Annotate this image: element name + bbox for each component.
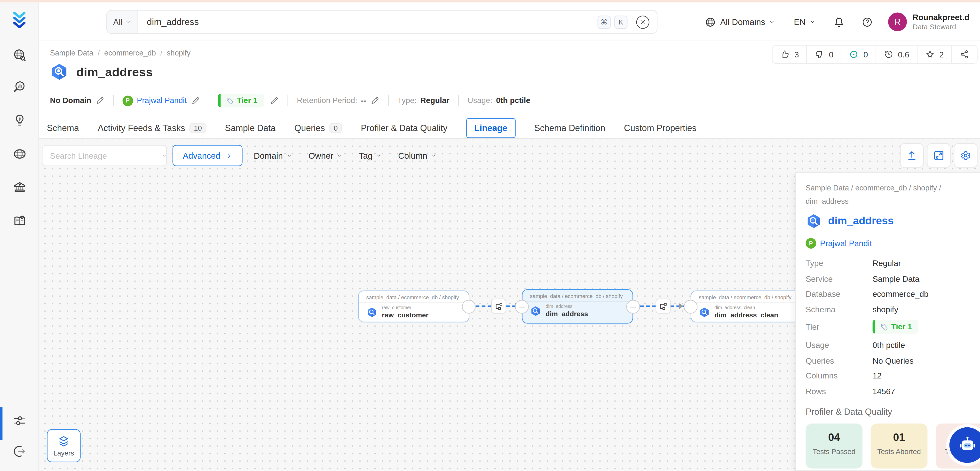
node-fqn: sample_data / ecommerce_db / shopify: [522, 290, 633, 302]
question-circle-icon: [861, 16, 873, 28]
sidebar-item-observability[interactable]: [8, 76, 31, 98]
kv-label: Service: [805, 274, 872, 283]
notifications-button[interactable]: [833, 16, 845, 28]
tier-label: Tier 1: [237, 96, 257, 105]
search-metrics-icon: [12, 80, 26, 94]
entity-meta-row: No Domain P Prajwal Pandit Tier 1: [50, 94, 530, 108]
tab-profiler[interactable]: Profiler & Data Quality: [361, 123, 447, 133]
panel-owner-link[interactable]: Prajwal Pandit: [820, 239, 872, 248]
edit-tier-button[interactable]: [270, 96, 279, 105]
filter-tag[interactable]: Tag: [359, 151, 382, 161]
domains-selector[interactable]: All Domains: [705, 16, 775, 28]
table-hexagon-icon: [805, 213, 822, 229]
tests-aborted-label: Tests Aborted: [871, 447, 928, 455]
share-icon: [959, 49, 969, 59]
fullscreen-button[interactable]: [927, 143, 951, 168]
export-lineage-button[interactable]: [900, 143, 924, 168]
edit-owner-button[interactable]: [191, 96, 200, 105]
version-button[interactable]: 0.6: [875, 46, 917, 63]
kv-value: 12: [872, 371, 881, 380]
search-clear-button[interactable]: [636, 15, 649, 29]
browser-edge-strip: [0, 0, 980, 2]
edge-pipeline-button[interactable]: [491, 299, 506, 313]
tab-sample-data[interactable]: Sample Data: [225, 123, 275, 133]
lineage-node-dim-address[interactable]: sample_data / ecommerce_db / shopify dim…: [522, 289, 633, 324]
tab-activity-feeds[interactable]: Activity Feeds & Tasks10: [98, 123, 206, 133]
close-icon: [639, 18, 646, 25]
breadcrumb-service[interactable]: Sample Data: [50, 49, 93, 57]
sidebar-item-settings[interactable]: [8, 409, 31, 432]
lineage-settings-button[interactable]: [954, 143, 978, 168]
edit-domain-button[interactable]: [96, 96, 105, 105]
retention-value: --: [361, 96, 366, 105]
tab-custom-properties[interactable]: Custom Properties: [624, 123, 697, 133]
filter-column[interactable]: Column: [398, 151, 437, 161]
lineage-node-raw-customer[interactable]: sample_data / ecommerce_db / shopify raw…: [358, 291, 469, 322]
layers-button[interactable]: Layers: [47, 429, 80, 462]
help-button[interactable]: [861, 16, 873, 28]
schema-link[interactable]: shopify: [872, 304, 898, 314]
breadcrumb-schema[interactable]: shopify: [167, 49, 191, 57]
database-link[interactable]: ecommerce_db: [872, 289, 928, 299]
usage-value: 0th pctile: [496, 96, 530, 105]
share-button[interactable]: [951, 46, 977, 63]
sidebar-item-insights[interactable]: [8, 109, 31, 131]
downvote-button[interactable]: 0: [807, 46, 841, 63]
kv-label: Usage: [805, 341, 872, 350]
tab-queries[interactable]: Queries0: [294, 123, 342, 133]
chevron-down-icon: [125, 19, 131, 25]
sidebar-item-explore[interactable]: [8, 44, 31, 66]
chevron-down-icon: [769, 19, 775, 25]
global-search: All ⌘ K: [106, 10, 657, 34]
page-title: dim_address: [76, 65, 153, 79]
node-input-handle[interactable]: [684, 300, 698, 314]
node-name: dim_address: [546, 304, 588, 310]
sidebar-item-learn[interactable]: [8, 209, 31, 232]
table-hexagon-icon: [366, 307, 377, 318]
panel-breadcrumb[interactable]: Sample Data / ecommerce_db / shopify / d…: [805, 182, 970, 208]
panel-entity-link[interactable]: dim_address: [828, 215, 894, 228]
advanced-filter-button[interactable]: Advanced: [173, 145, 243, 166]
edge-arrow: [679, 303, 683, 309]
sidebar-item-logout[interactable]: [8, 440, 31, 462]
collapse-downstream-handle[interactable]: [626, 300, 640, 314]
search-scope-select[interactable]: All: [107, 11, 138, 33]
tier-chip[interactable]: Tier 1: [872, 320, 918, 334]
tier-label: Tier 1: [891, 322, 912, 331]
lineage-node-dim-address-clean[interactable]: sample_data / ecommerce_db / shopify dim…: [690, 291, 802, 322]
logout-icon: [12, 444, 26, 458]
lineage-search-input[interactable]: [49, 150, 161, 161]
type-value: Regular: [420, 96, 449, 105]
global-search-input[interactable]: [138, 17, 598, 27]
book-lightbulb-icon: [12, 213, 26, 228]
language-selector[interactable]: EN: [794, 17, 816, 27]
layers-label: Layers: [53, 449, 74, 457]
user-avatar[interactable]: R: [888, 13, 907, 31]
service-link[interactable]: Sample Data: [872, 274, 920, 283]
collapse-upstream-handle[interactable]: [515, 300, 529, 314]
tier-chip[interactable]: Tier 1: [218, 94, 264, 108]
tab-schema[interactable]: Schema: [47, 123, 79, 133]
edit-retention-button[interactable]: [371, 96, 379, 105]
sidebar-active-indicator: [0, 407, 2, 440]
thumbs-up-icon: [780, 49, 790, 59]
edge-pipeline-button[interactable]: [655, 299, 671, 313]
user-initial: R: [894, 17, 901, 27]
tag-icon: [880, 323, 888, 331]
owner-link[interactable]: Prajwal Pandit: [137, 96, 187, 105]
node-output-handle[interactable]: [462, 300, 476, 314]
open-tasks-button[interactable]: 0: [841, 46, 875, 63]
tab-schema-definition[interactable]: Schema Definition: [534, 123, 605, 133]
upvote-button[interactable]: 3: [773, 46, 807, 63]
star-button[interactable]: 2: [917, 46, 951, 63]
sidebar-item-domains[interactable]: [8, 142, 31, 165]
sidebar-item-govern[interactable]: [8, 176, 31, 198]
app-logo[interactable]: [10, 10, 30, 30]
filter-owner[interactable]: Owner: [309, 151, 343, 161]
pencil-icon: [96, 96, 105, 105]
gear-icon: [959, 149, 972, 162]
tab-lineage[interactable]: Lineage: [466, 118, 516, 138]
filter-domain[interactable]: Domain: [254, 151, 292, 161]
breadcrumb-database[interactable]: ecommerce_db: [104, 49, 156, 57]
chevron-down-icon: [161, 153, 167, 159]
